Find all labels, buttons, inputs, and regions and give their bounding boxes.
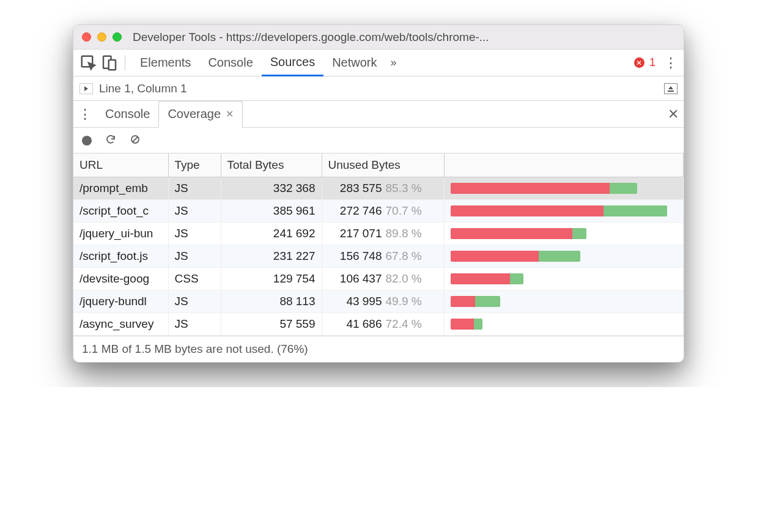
titlebar: Developer Tools - https://developers.goo… [73, 25, 684, 50]
traffic-lights [82, 32, 122, 42]
cell-usage-bar [444, 268, 684, 290]
cell-url: /async_survey [73, 313, 168, 336]
cell-usage-bar [444, 177, 684, 200]
tab-elements[interactable]: Elements [131, 50, 199, 76]
cell-total: 88 113 [221, 290, 322, 313]
close-window-button[interactable] [82, 32, 91, 42]
col-total[interactable]: Total Bytes [221, 153, 322, 177]
close-tab-icon[interactable]: ✕ [226, 108, 234, 120]
device-toggle-icon[interactable] [100, 54, 119, 72]
table-row[interactable]: /devsite-googCSS129 754106 43782.0 % [73, 268, 684, 290]
cell-unused: 106 43782.0 % [322, 268, 444, 290]
cell-unused: 272 74670.7 % [322, 200, 444, 223]
cell-usage-bar [444, 245, 684, 268]
table-row[interactable]: /script_foot.jsJS231 227156 74867.8 % [73, 245, 684, 268]
cell-type: JS [168, 200, 221, 223]
cell-total: 57 559 [221, 313, 322, 336]
cell-usage-bar [444, 200, 684, 223]
col-url[interactable]: URL [73, 153, 168, 177]
cell-type: JS [168, 223, 221, 245]
tab-console[interactable]: Console [199, 50, 261, 76]
cell-unused: 156 74867.8 % [322, 245, 444, 268]
table-row[interactable]: /prompt_embJS332 368283 57585.3 % [73, 177, 684, 200]
cell-unused: 43 99549.9 % [322, 290, 444, 313]
cell-total: 332 368 [221, 177, 322, 200]
cell-url: /prompt_emb [73, 177, 168, 200]
col-type[interactable]: Type [168, 153, 221, 177]
coverage-summary: 1.1 MB of 1.5 MB bytes are not used. (76… [73, 336, 684, 362]
col-bar [444, 153, 684, 177]
drawer-tab-coverage[interactable]: Coverage✕ [158, 101, 243, 128]
col-unused[interactable]: Unused Bytes [322, 153, 444, 177]
cell-url: /script_foot.js [73, 245, 168, 268]
cell-type: JS [168, 245, 221, 268]
tab-network[interactable]: Network [323, 50, 385, 76]
svg-line-4 [133, 136, 138, 142]
error-icon[interactable]: ✕ [634, 57, 644, 68]
cell-url: /script_foot_c [73, 200, 168, 223]
cell-total: 241 692 [221, 223, 322, 245]
select-element-icon[interactable] [79, 54, 98, 72]
cell-unused: 217 07189.8 % [322, 223, 444, 245]
minimize-window-button[interactable] [97, 32, 106, 42]
coverage-table: URL Type Total Bytes Unused Bytes /promp… [73, 153, 684, 336]
zoom-window-button[interactable] [113, 32, 122, 42]
cell-type: JS [168, 290, 221, 313]
more-tabs-icon[interactable]: » [391, 56, 397, 69]
cell-total: 129 754 [221, 268, 322, 290]
table-header-row: URL Type Total Bytes Unused Bytes [73, 153, 684, 177]
cell-url: /jquery-bundl [73, 290, 168, 313]
table-row[interactable]: /jquery_ui-bunJS241 692217 07189.8 % [73, 223, 684, 245]
collapse-drawer-icon[interactable] [664, 83, 678, 94]
svg-rect-2 [109, 60, 116, 70]
drawer-tab-console[interactable]: Console [97, 101, 158, 128]
error-count[interactable]: 1 [649, 56, 655, 69]
reload-icon[interactable] [105, 134, 116, 147]
drawer-tab-strip: ⋮ ConsoleCoverage✕ ✕ [73, 101, 684, 128]
cell-total: 385 961 [221, 200, 322, 223]
main-tab-strip: ElementsConsoleSourcesNetwork » ✕ 1 ⋮ [73, 50, 684, 76]
cell-unused: 41 68672.4 % [322, 313, 444, 336]
cell-type: JS [168, 177, 221, 200]
menu-icon[interactable]: ⋮ [664, 55, 678, 71]
cell-type: JS [168, 313, 221, 336]
window-title: Developer Tools - https://developers.goo… [133, 31, 489, 44]
cell-unused: 283 57585.3 % [322, 177, 444, 200]
cell-type: CSS [168, 268, 221, 290]
close-drawer-icon[interactable]: ✕ [668, 106, 679, 122]
cell-url: /jquery_ui-bun [73, 223, 168, 245]
table-row[interactable]: /async_surveyJS57 55941 68672.4 % [73, 313, 684, 336]
drawer-menu-icon[interactable]: ⋮ [78, 106, 92, 122]
cell-usage-bar [444, 290, 684, 313]
cell-url: /devsite-goog [73, 268, 168, 290]
show-navigator-icon[interactable] [79, 83, 93, 94]
cell-total: 231 227 [221, 245, 322, 268]
table-row[interactable]: /script_foot_cJS385 961272 74670.7 % [73, 200, 684, 223]
record-icon[interactable] [82, 136, 92, 146]
cell-usage-bar [444, 223, 684, 245]
tab-sources[interactable]: Sources [262, 50, 323, 76]
cell-usage-bar [444, 313, 684, 336]
cursor-position: Line 1, Column 1 [99, 82, 187, 95]
table-row[interactable]: /jquery-bundlJS88 11343 99549.9 % [73, 290, 684, 313]
devtools-window: Developer Tools - https://developers.goo… [73, 24, 684, 363]
sources-toolbar: Line 1, Column 1 [73, 76, 684, 101]
coverage-toolbar [73, 128, 684, 153]
clear-icon[interactable] [130, 134, 141, 147]
